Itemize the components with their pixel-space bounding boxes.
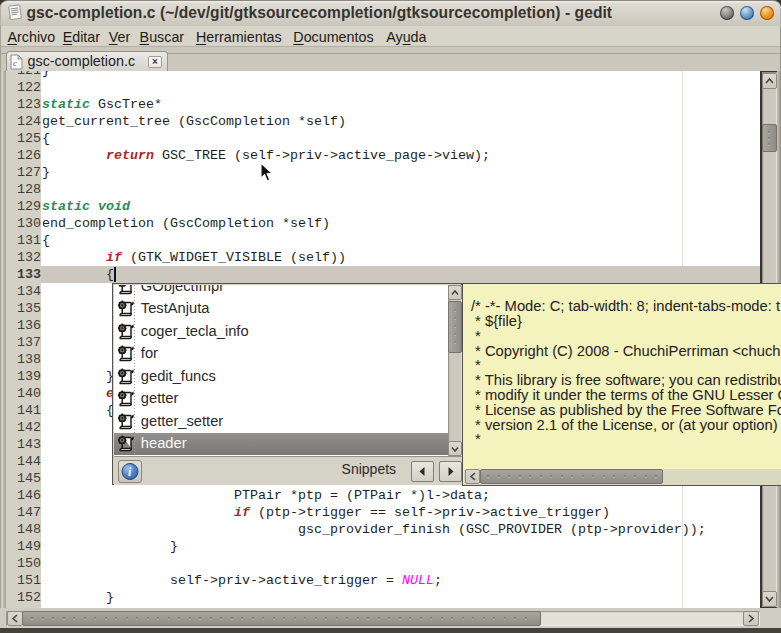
svg-text:c: c xyxy=(13,58,17,68)
